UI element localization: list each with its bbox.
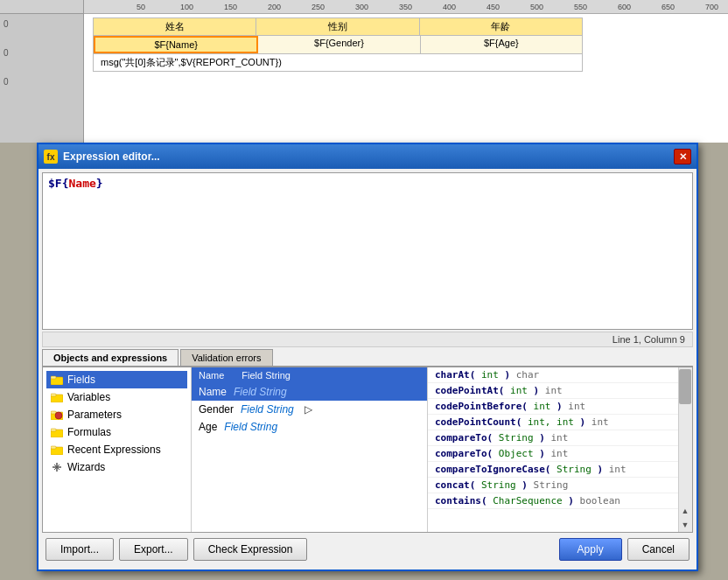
fields-header: Name Field String [192, 367, 427, 383]
report-area: 0 0 0 50 100 150 200 250 300 350 400 450… [0, 0, 728, 143]
method-row-codePointAt[interactable]: codePointAt( int ) int [428, 383, 692, 399]
header-cell-age: 年龄 [420, 18, 582, 35]
dialog-title: Expression editor... [63, 150, 674, 163]
field-age-label: Age [199, 421, 217, 433]
methods-scrollbar[interactable]: ▲ ▼ [678, 367, 692, 532]
detail-cell-name: $F{Name} [94, 36, 258, 53]
recent-expressions-folder-icon [50, 443, 64, 457]
dialog-titlebar[interactable]: fx Expression editor... ✕ [38, 144, 696, 169]
parameters-folder-icon [50, 408, 64, 422]
report-table: 姓名 性别 年龄 $F{Name} $F{Gender} $F{Age} msg… [93, 17, 583, 72]
fields-col-type: Field String [242, 370, 290, 381]
tree-panel: Fields Variables [43, 367, 192, 532]
row-label-3: 0 [0, 75, 83, 88]
row-label-1: 0 [0, 17, 83, 31]
report-canvas: 50 100 150 200 250 300 350 400 450 500 5… [84, 0, 728, 143]
import-button[interactable]: Import... [46, 538, 114, 561]
tree-item-parameters[interactable]: Parameters [46, 406, 187, 423]
field-name-type: Field String [234, 386, 287, 398]
tab-objects-expressions[interactable]: Objects and expressions [42, 349, 178, 366]
field-gender-label: Gender [199, 403, 234, 416]
status-bar: Line 1, Column 9 [42, 332, 693, 347]
tree-item-variables[interactable]: Variables [46, 388, 187, 406]
method-row-compareToIgnoreCase[interactable]: compareToIgnoreCase( String ) int [428, 462, 692, 478]
method-row-charAt[interactable]: charAt( int ) char [428, 367, 692, 383]
svg-point-6 [55, 412, 62, 419]
cursor-indicator: ▷ [304, 403, 312, 416]
export-button[interactable]: Export... [119, 538, 188, 561]
report-sidebar: 0 0 0 [0, 0, 84, 143]
tab-validation-errors[interactable]: Validation errors [180, 349, 272, 366]
method-row-compareTo-object[interactable]: compareTo( Object ) int [428, 446, 692, 462]
tree-item-recent-label: Recent Expressions [67, 444, 161, 456]
field-gender-type: Field String [241, 403, 294, 416]
field-row-name[interactable]: Name Field String [192, 383, 427, 401]
dialog-footer: Import... Export... Check Expression App… [42, 533, 693, 566]
formulas-folder-icon [50, 425, 64, 439]
scrollbar-up-arrow[interactable]: ▲ [678, 504, 692, 518]
dialog-icon: fx [44, 150, 58, 164]
tree-item-wizards-label: Wizards [67, 461, 105, 473]
svg-rect-8 [51, 429, 56, 431]
field-row-age[interactable]: Age Field String [192, 418, 427, 436]
detail-row: $F{Name} $F{Gender} $F{Age} [93, 36, 583, 54]
fields-folder-icon [50, 373, 64, 387]
method-row-compareTo-string[interactable]: compareTo( String ) int [428, 430, 692, 446]
tree-item-formulas[interactable]: Formulas [46, 423, 187, 441]
variables-folder-icon [50, 390, 64, 404]
method-row-codePointCount[interactable]: codePointCount( int, int ) int [428, 415, 692, 430]
header-cell-name: 姓名 [94, 18, 256, 35]
expression-editor-dialog: fx Expression editor... ✕ $F{Name} Line … [37, 143, 698, 571]
tree-item-recent-expressions[interactable]: Recent Expressions [46, 441, 187, 458]
summary-row: msg("共[0]条记录",$V{REPORT_COUNT}) [93, 54, 583, 72]
detail-cell-gender: $F{Gender} [258, 36, 420, 53]
tree-item-fields-label: Fields [67, 374, 95, 386]
dialog-body: $F{Name} Line 1, Column 9 Objects and ex… [38, 169, 696, 570]
fields-panel: Name Field String Name Field String Gend… [192, 367, 428, 532]
field-name-label: Name [199, 386, 227, 398]
methods-panel: charAt( int ) char codePointAt( int ) in… [428, 367, 692, 532]
methods-scrollbar-thumb [679, 369, 691, 404]
svg-rect-3 [51, 394, 56, 396]
header-cell-gender: 性别 [256, 18, 419, 35]
wizards-icon [50, 460, 64, 474]
tree-item-variables-label: Variables [67, 391, 110, 403]
svg-rect-5 [51, 411, 56, 414]
ruler: 50 100 150 200 250 300 350 400 450 500 5… [84, 0, 728, 14]
fields-col-name: Name [199, 370, 224, 381]
tree-item-wizards[interactable]: Wizards [46, 458, 187, 476]
tree-item-fields[interactable]: Fields [46, 371, 187, 388]
svg-rect-10 [51, 446, 56, 449]
detail-cell-age: $F{Age} [421, 36, 582, 53]
dialog-close-button[interactable]: ✕ [674, 149, 691, 164]
main-panel: Fields Variables [42, 367, 693, 533]
header-row: 姓名 性别 年龄 [93, 17, 583, 36]
field-age-type: Field String [224, 421, 277, 433]
code-editor[interactable]: $F{Name} [42, 172, 693, 330]
method-row-contains[interactable]: contains( CharSequence ) boolean [428, 493, 692, 509]
field-row-gender[interactable]: Gender Field String ▷ [192, 401, 427, 418]
scrollbar-down-arrow[interactable]: ▼ [678, 518, 692, 532]
tabs-area: Objects and expressions Validation error… [42, 349, 693, 367]
tree-item-formulas-label: Formulas [67, 426, 111, 438]
method-row-codePointBefore[interactable]: codePointBefore( int ) int [428, 399, 692, 415]
apply-button[interactable]: Apply [559, 538, 622, 561]
cancel-button[interactable]: Cancel [627, 538, 690, 561]
code-expression: $F{Name} [48, 177, 103, 190]
svg-rect-1 [51, 376, 56, 379]
row-label-2: 0 [0, 46, 83, 59]
method-row-concat[interactable]: concat( String ) String [428, 478, 692, 493]
tree-item-parameters-label: Parameters [67, 409, 122, 421]
check-expression-button[interactable]: Check Expression [193, 538, 308, 561]
